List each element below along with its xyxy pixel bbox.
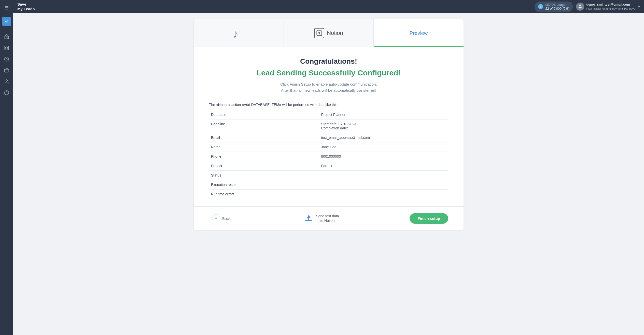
- sidebar-item-tools[interactable]: [2, 66, 11, 75]
- table-row: NameJane Doe: [209, 142, 448, 152]
- back-icon: ✏: [212, 214, 220, 222]
- sidebar-item-connections[interactable]: [2, 43, 11, 52]
- table-cell-field: Status: [209, 171, 319, 180]
- main-card: ♪: [194, 19, 464, 230]
- preview-label: Preview: [410, 30, 428, 36]
- notion-label: Notion: [327, 30, 343, 36]
- back-button[interactable]: ✏ Back: [209, 212, 234, 224]
- table-cell-field: Runtime errors: [209, 190, 319, 199]
- notion-icon: N: [314, 28, 324, 38]
- subtitle: Click Finish Setup to enable auto-update…: [209, 81, 448, 93]
- table-row: Status: [209, 171, 448, 180]
- leads-usage-badge: i LEADS usage: 22 of 5'000 (0%): [535, 2, 573, 12]
- table-cell-value: Form 1: [319, 161, 448, 171]
- svg-point-7: [6, 80, 8, 82]
- table-row: Emailtest_email_address@mail.com: [209, 133, 448, 142]
- congrats-title: Congratulations!: [209, 57, 448, 65]
- footer-actions: ✏ Back Send test data to Notion: [194, 206, 464, 230]
- table-row: Phone8001000000: [209, 152, 448, 161]
- svg-rect-6: [5, 69, 9, 72]
- table-cell-value: [319, 190, 448, 199]
- tab-notion[interactable]: N Notion: [284, 19, 374, 47]
- svg-rect-4: [5, 48, 6, 50]
- table-cell-field: Execution result: [209, 180, 319, 190]
- finish-setup-button[interactable]: Finish setup: [410, 213, 448, 224]
- tab-tiktok[interactable]: ♪: [194, 19, 284, 47]
- table-cell-field: Database: [209, 110, 319, 119]
- header-left: Save My Leads.: [17, 2, 36, 11]
- svg-point-10: [579, 5, 581, 6]
- table-row: DeadlineStart date: 07/18/2024 Completio…: [209, 119, 448, 133]
- send-test-text: Send test data to Notion: [316, 214, 339, 223]
- header-right: i LEADS usage: 22 of 5'000 (0%) demo_sml…: [535, 2, 640, 12]
- send-test-button[interactable]: Send test data to Notion: [301, 212, 342, 225]
- svg-rect-2: [7, 46, 9, 48]
- table-cell-field: Name: [209, 142, 319, 152]
- table-row: Execution result: [209, 180, 448, 190]
- avatar: [576, 3, 584, 11]
- table-cell-value: Jane Doe: [319, 142, 448, 152]
- sidebar-logo: [2, 17, 11, 26]
- leads-usage-text: LEADS usage: 22 of 5'000 (0%): [545, 3, 569, 10]
- table-cell-value: [319, 180, 448, 190]
- sidebar-item-billing[interactable]: [2, 55, 11, 64]
- sidebar-item-help[interactable]: [2, 88, 11, 97]
- table-cell-field: Phone: [209, 152, 319, 161]
- steps-header: ♪: [194, 19, 464, 47]
- tab-preview[interactable]: Preview: [374, 19, 464, 47]
- table-cell-field: Deadline: [209, 119, 319, 133]
- info-icon: i: [538, 4, 543, 9]
- svg-text:♪: ♪: [233, 28, 239, 40]
- svg-text:N: N: [318, 31, 320, 35]
- notion-step-content: N Notion: [314, 28, 343, 38]
- data-description: The «Notion» action «Add DATABASE ITEM» …: [209, 103, 448, 107]
- table-cell-field: Project: [209, 161, 319, 171]
- svg-rect-0: [4, 19, 9, 24]
- upload-icon: [304, 214, 313, 223]
- user-info: demo_sml_test@gmail.com Plan |Basic| lef…: [576, 2, 635, 11]
- app-name: Save My Leads.: [17, 2, 36, 11]
- table-cell-value: [319, 171, 448, 180]
- content-area: ♪: [13, 13, 644, 335]
- hamburger-button[interactable]: ☰: [3, 3, 11, 13]
- chevron-down-icon[interactable]: ▾: [638, 5, 640, 9]
- header: Save My Leads. i LEADS usage: 22 of 5'00…: [13, 0, 644, 13]
- table-cell-value: 8001000000: [319, 152, 448, 161]
- tiktok-step-content: ♪: [232, 26, 245, 40]
- main-content: Congratulations! Lead Sending Successful…: [194, 47, 464, 206]
- table-row: ProjectForm 1: [209, 161, 448, 171]
- table-cell-field: Email: [209, 133, 319, 142]
- data-table: DatabaseProject PlannerDeadlineStart dat…: [209, 110, 448, 199]
- table-cell-value: Project Planner: [319, 110, 448, 119]
- table-cell-value: Start date: 07/18/2024 Completion date:: [319, 119, 448, 133]
- tiktok-icon: ♪: [232, 26, 245, 40]
- svg-rect-1: [5, 46, 6, 48]
- table-row: Runtime errors: [209, 190, 448, 199]
- sidebar: ☰: [0, 0, 13, 335]
- sidebar-item-account[interactable]: [2, 77, 11, 86]
- user-details: demo_sml_test@gmail.com Plan |Basic| lef…: [586, 2, 635, 11]
- table-cell-value: test_email_address@mail.com: [319, 133, 448, 142]
- success-title: Lead Sending Successfully Configured!: [209, 69, 448, 77]
- main-area: Save My Leads. i LEADS usage: 22 of 5'00…: [13, 0, 644, 335]
- table-row: DatabaseProject Planner: [209, 110, 448, 119]
- svg-rect-3: [7, 48, 9, 50]
- svg-rect-14: [305, 220, 312, 221]
- sidebar-item-home[interactable]: [2, 32, 11, 41]
- svg-marker-15: [307, 215, 311, 220]
- back-label: Back: [222, 216, 231, 221]
